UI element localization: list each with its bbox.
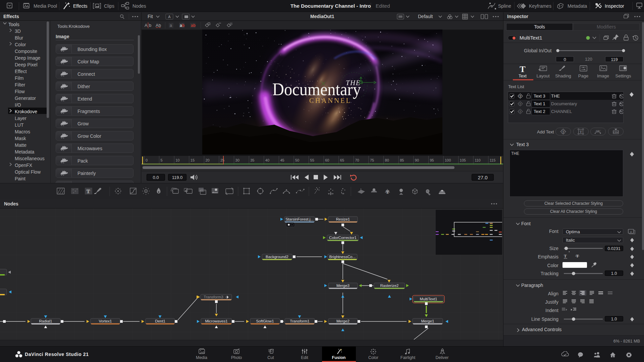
svg-text:20: 20 bbox=[205, 158, 209, 162]
svg-text:Vortex1: Vortex1 bbox=[99, 319, 112, 323]
svg-text:T: T bbox=[520, 64, 525, 74]
svg-text:45: 45 bbox=[280, 158, 284, 162]
svg-text:T: T bbox=[519, 110, 521, 113]
svg-text:30: 30 bbox=[235, 158, 239, 162]
svg-text:Documentary: Documentary bbox=[551, 101, 577, 106]
svg-text:50: 50 bbox=[295, 158, 299, 162]
svg-text:0: 0 bbox=[146, 158, 148, 162]
svg-text:95: 95 bbox=[430, 158, 434, 162]
svg-text:T: T bbox=[564, 253, 567, 258]
svg-text:55: 55 bbox=[310, 158, 314, 162]
svg-text:60: 60 bbox=[325, 158, 329, 162]
svg-text:35: 35 bbox=[250, 158, 254, 162]
svg-text:BrightnessCo...: BrightnessCo... bbox=[329, 255, 356, 259]
svg-text:T: T bbox=[87, 189, 90, 194]
svg-text:Text 1: Text 1 bbox=[534, 101, 545, 106]
svg-text:T: T bbox=[580, 130, 582, 134]
svg-text:10: 10 bbox=[175, 158, 179, 162]
svg-text:b: b bbox=[182, 23, 184, 28]
svg-text:Dent1: Dent1 bbox=[155, 319, 165, 323]
svg-text:Microwaves1: Microwaves1 bbox=[205, 319, 227, 323]
svg-text:Transform3: Transform3 bbox=[204, 295, 223, 299]
svg-text:Ab: Ab bbox=[156, 23, 161, 28]
svg-text:Merge1: Merge1 bbox=[421, 319, 434, 323]
svg-text:CSV: CSV bbox=[613, 131, 618, 134]
svg-text:100: 100 bbox=[445, 158, 451, 162]
svg-text:StarsinForest.j...: StarsinForest.j... bbox=[285, 217, 314, 221]
svg-text:105: 105 bbox=[460, 158, 466, 162]
svg-text:Layout: Layout bbox=[536, 73, 549, 78]
svg-text:75: 75 bbox=[370, 158, 374, 162]
svg-text:A: A bbox=[168, 15, 171, 19]
svg-text:Text 3: Text 3 bbox=[534, 94, 545, 99]
svg-text:SoftGlow1: SoftGlow1 bbox=[256, 319, 274, 323]
svg-text:15: 15 bbox=[191, 158, 195, 162]
svg-text:40: 40 bbox=[265, 158, 269, 162]
svg-text:T: T bbox=[519, 102, 521, 106]
svg-text:Shading: Shading bbox=[555, 73, 571, 78]
svg-text:CHANNEL: CHANNEL bbox=[551, 109, 572, 114]
svg-text:b: b bbox=[149, 23, 151, 28]
svg-text:Image: Image bbox=[597, 73, 609, 78]
svg-text:5: 5 bbox=[161, 158, 163, 162]
svg-text:Radial1: Radial1 bbox=[39, 319, 52, 323]
svg-text:a: a bbox=[170, 23, 172, 28]
svg-text:Merge3: Merge3 bbox=[336, 284, 350, 288]
svg-text:Merge2: Merge2 bbox=[336, 319, 350, 323]
svg-text:Transform1: Transform1 bbox=[290, 319, 309, 323]
svg-text:THE: THE bbox=[551, 94, 560, 99]
svg-text:CHANNEL: CHANNEL bbox=[309, 96, 352, 105]
svg-text:T: T bbox=[386, 189, 389, 194]
svg-text:Page: Page bbox=[578, 73, 588, 78]
svg-text:80: 80 bbox=[385, 158, 389, 162]
svg-text:25: 25 bbox=[220, 158, 224, 162]
svg-text:ab: ab bbox=[191, 23, 196, 28]
svg-text:Settings: Settings bbox=[615, 73, 631, 78]
svg-text:a: a bbox=[630, 230, 632, 233]
svg-text:T: T bbox=[519, 95, 521, 98]
svg-text:65: 65 bbox=[340, 158, 344, 162]
svg-text:ColorCorrector1: ColorCorrector1 bbox=[329, 236, 357, 240]
svg-text:90: 90 bbox=[415, 158, 419, 162]
svg-text:Rasterize2: Rasterize2 bbox=[380, 284, 399, 288]
svg-text:Text 2: Text 2 bbox=[534, 109, 545, 114]
svg-text:110: 110 bbox=[475, 158, 481, 162]
svg-text:Resize1: Resize1 bbox=[336, 217, 350, 221]
svg-text:MultiText1: MultiText1 bbox=[420, 297, 437, 301]
svg-text:85: 85 bbox=[400, 158, 404, 162]
svg-text:a: a bbox=[180, 23, 182, 28]
svg-text:T: T bbox=[562, 130, 565, 134]
svg-text:Text: Text bbox=[519, 73, 527, 78]
svg-text:115: 115 bbox=[490, 158, 496, 162]
svg-text:A: A bbox=[145, 23, 148, 28]
svg-text:Background2: Background2 bbox=[266, 255, 288, 259]
svg-text:70: 70 bbox=[355, 158, 359, 162]
